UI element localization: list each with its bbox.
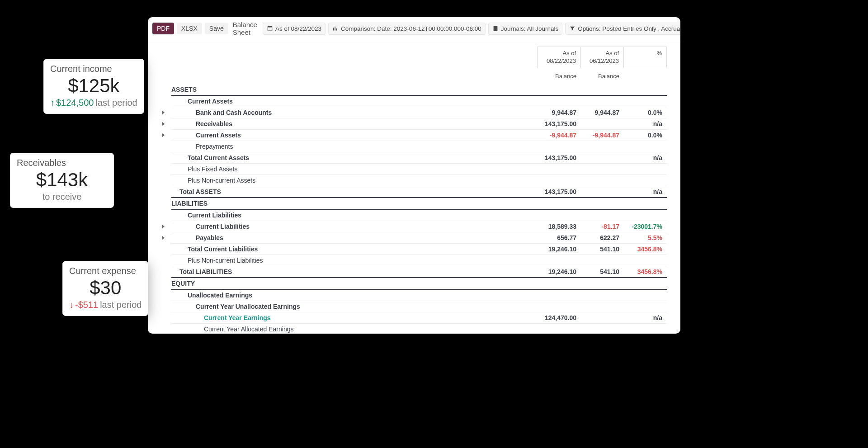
col2-sub: Balance — [581, 71, 624, 81]
row-label: Unallocated Earnings — [171, 292, 538, 299]
kpi-title: Receivables — [17, 158, 107, 168]
book-icon — [492, 25, 499, 32]
row-label: Current Assets — [171, 132, 538, 139]
kpi-receivables: Receivables $143k to receive — [10, 153, 114, 208]
row-label: LIABILITIES — [171, 200, 538, 207]
kpi-current-income: Current income $125k $124,500 last perio… — [43, 59, 144, 114]
row-value: 622.27 — [581, 234, 624, 241]
row-value: 656.77 — [538, 234, 581, 241]
sub-header: Balance Balance — [538, 71, 667, 81]
report-row: Current Year Allocated Earnings — [171, 324, 667, 334]
col2-header: As of 06/12/2023 — [580, 47, 623, 68]
comparison-filter[interactable]: Comparison: Date: 2023-06-12T00:00:00.00… — [328, 23, 486, 35]
row-value: -9,944.87 — [581, 132, 624, 139]
row-value: 143,175.00 — [538, 154, 581, 161]
row-label: Current Year Allocated Earnings — [171, 325, 538, 333]
kpi-title: Current expense — [69, 266, 142, 276]
chart-icon — [332, 25, 339, 32]
toolbar: PDF XLSX Save Balance Sheet As of 08/22/… — [148, 17, 680, 40]
report-row[interactable]: Bank and Cash Accounts9,944.879,944.870.… — [171, 107, 667, 118]
report-row: ASSETS — [171, 84, 667, 96]
filter-icon — [569, 25, 576, 32]
report-rows: ASSETSCurrent AssetsBank and Cash Accoun… — [171, 84, 667, 334]
row-label: Receivables — [171, 120, 538, 127]
report-row[interactable]: Current Liabilities18,589.33-81.17-23001… — [171, 221, 667, 232]
journals-filter[interactable]: Journals: All Journals — [488, 23, 563, 35]
options-filter-label: Options: Posted Entries Only , Accrual B… — [578, 25, 680, 32]
report-title: Balance Sheet — [233, 21, 257, 36]
row-value: n/a — [624, 314, 667, 321]
report-row: Total LIABILITIES19,246.10541.103456.8% — [171, 266, 667, 278]
pdf-button[interactable]: PDF — [152, 23, 174, 34]
row-value: 18,589.33 — [538, 223, 581, 230]
row-value: 3456.8% — [624, 268, 667, 275]
report-row: Plus Fixed Assets — [171, 164, 667, 175]
expand-caret-icon[interactable] — [162, 133, 165, 137]
kpi-delta: -$511 — [69, 300, 98, 310]
expand-caret-icon[interactable] — [162, 236, 165, 240]
date-filter[interactable]: As of 08/22/2023 — [263, 23, 326, 35]
row-label: Plus Fixed Assets — [171, 165, 538, 173]
kpi-title: Current income — [50, 64, 137, 74]
row-value: -23001.7% — [624, 223, 667, 230]
report-row: Unallocated Earnings — [171, 290, 667, 301]
row-value: 143,175.00 — [538, 188, 581, 195]
row-label: Current Liabilities — [171, 212, 538, 219]
row-label: Plus Non-current Assets — [171, 177, 538, 184]
row-label: Total Current Assets — [171, 154, 538, 161]
kpi-delta: $124,500 — [50, 98, 94, 108]
report-row[interactable]: Current Assets-9,944.87-9,944.870.0% — [171, 130, 667, 141]
report-row: LIABILITIES — [171, 198, 667, 210]
comparison-filter-label: Comparison: Date: 2023-06-12T00:00:00.00… — [341, 25, 481, 32]
kpi-value: $143k — [17, 169, 107, 191]
report-row: Current Liabilities — [171, 210, 667, 221]
expand-caret-icon[interactable] — [162, 111, 165, 114]
calendar-icon — [267, 25, 273, 32]
expand-caret-icon[interactable] — [162, 225, 165, 228]
save-button[interactable]: Save — [205, 23, 228, 34]
row-value: 0.0% — [624, 109, 667, 116]
row-value: 5.5% — [624, 234, 667, 241]
row-value: -9,944.87 — [538, 132, 581, 139]
row-value: 541.10 — [581, 268, 624, 275]
options-filter[interactable]: Options: Posted Entries Only , Accrual B… — [565, 23, 680, 35]
date-filter-label: As of 08/22/2023 — [275, 25, 321, 32]
row-label: Total Current Liabilities — [171, 245, 538, 253]
report-row: Total Current Assets143,175.00n/a — [171, 152, 667, 164]
row-label: EQUITY — [171, 280, 538, 287]
kpi-value: $125k — [50, 75, 137, 97]
row-value: 3456.8% — [624, 245, 667, 253]
report-row: EQUITY — [171, 278, 667, 290]
row-value: 0.0% — [624, 132, 667, 139]
report-row: Current Year Earnings124,470.00n/a — [171, 312, 667, 324]
row-label: Total LIABILITIES — [171, 268, 538, 275]
row-value: n/a — [624, 120, 667, 127]
row-label: Plus Non-current Liabilities — [171, 257, 538, 264]
report-body: As of 08/22/2023 As of 06/12/2023 % Bala… — [148, 40, 680, 334]
kpi-foot: last period — [100, 300, 142, 310]
row-value: 9,944.87 — [581, 109, 624, 116]
xlsx-button[interactable]: XLSX — [177, 23, 202, 34]
journals-filter-label: Journals: All Journals — [501, 25, 559, 32]
row-label: Current Liabilities — [171, 223, 538, 230]
row-label: Payables — [171, 234, 538, 241]
row-label: Current Year Earnings — [171, 314, 538, 321]
report-row[interactable]: Payables656.77622.275.5% — [171, 232, 667, 244]
row-value: n/a — [624, 188, 667, 195]
row-value: n/a — [624, 154, 667, 161]
report-row: Current Assets — [171, 96, 667, 107]
row-value: 143,175.00 — [538, 120, 581, 127]
row-label: Bank and Cash Accounts — [171, 109, 538, 116]
row-label: Current Assets — [171, 98, 538, 105]
report-row: Current Year Unallocated Earnings — [171, 301, 667, 312]
report-row[interactable]: Receivables143,175.00n/a — [171, 118, 667, 130]
row-value: 541.10 — [581, 245, 624, 253]
row-value: 124,470.00 — [538, 314, 581, 321]
kpi-foot: last period — [95, 98, 137, 108]
report-row: Plus Non-current Assets — [171, 175, 667, 186]
row-value: -81.17 — [581, 223, 624, 230]
row-label: ASSETS — [171, 86, 538, 93]
expand-caret-icon[interactable] — [162, 122, 165, 126]
report-row: Prepayments — [171, 141, 667, 152]
row-label: Total ASSETS — [171, 188, 538, 195]
